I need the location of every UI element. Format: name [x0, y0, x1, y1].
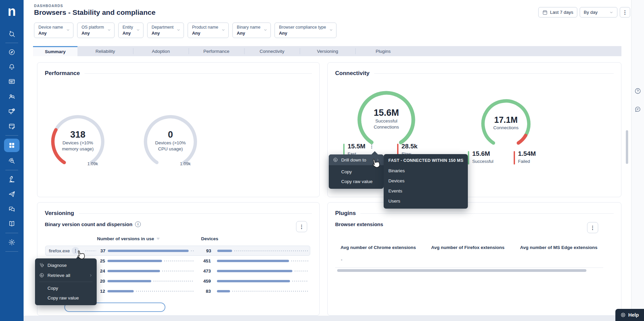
- info-icon[interactable]: i: [135, 221, 141, 227]
- sidebar-item-monitor-pulse[interactable]: [4, 74, 19, 89]
- menu-item-copy-raw-value[interactable]: Copy raw value: [329, 177, 384, 186]
- legend-kebab-icon[interactable]: ⋮: [369, 144, 374, 149]
- divider: [79, 213, 312, 214]
- sidebar-item-ai-search[interactable]: [4, 26, 19, 41]
- sidebar-item-bell[interactable]: [4, 60, 19, 74]
- submenu-item-events[interactable]: Events: [384, 186, 468, 196]
- page-bottom-strip: [24, 316, 631, 321]
- header-kebab-button[interactable]: ⋮: [620, 7, 630, 17]
- group-by-select[interactable]: By day: [580, 7, 617, 17]
- sidebar-item-dashboards-grid[interactable]: [4, 139, 20, 152]
- help-circle-icon[interactable]: [634, 87, 641, 96]
- menu-item-copy-raw-value[interactable]: Copy raw value: [35, 293, 97, 303]
- filter-chip-device-name[interactable]: Device nameAny: [34, 23, 73, 38]
- legend-color-bar: [468, 151, 469, 165]
- menu-item-diagnose[interactable]: Diagnose: [35, 260, 97, 270]
- filter-chip-browser-compliance-type[interactable]: Browser compliance typeAny: [275, 23, 336, 38]
- sidebar-item-paper-plane[interactable]: [4, 187, 19, 202]
- legend-value: 15.5M⋮: [348, 143, 374, 150]
- menu-item-label: Diagnose: [47, 263, 67, 268]
- sidebar-item-window-edit[interactable]: [4, 119, 19, 134]
- help-button[interactable]: Help: [615, 309, 644, 321]
- menu-item-copy[interactable]: Copy: [329, 167, 384, 177]
- sidebar-item-gear[interactable]: [4, 235, 19, 250]
- filter-chip-entity[interactable]: EntityAny: [118, 23, 143, 38]
- filter-chip-binary-name[interactable]: Binary nameAny: [232, 23, 271, 38]
- tab-performance[interactable]: Performance: [189, 46, 244, 56]
- book-icon: [8, 220, 15, 227]
- tab-adoption[interactable]: Adoption: [133, 46, 189, 56]
- versions-bar: [107, 270, 160, 272]
- legend-value: 1.54M: [518, 150, 536, 157]
- sidebar-item-book[interactable]: [4, 216, 19, 231]
- sidebar-item-compass[interactable]: [4, 45, 19, 60]
- sidebar-item-people-search[interactable]: [4, 89, 19, 104]
- devices-bar-zone: [217, 270, 310, 272]
- gauge[interactable]: 0Devices (>10%CPU usage)1.09k: [142, 113, 199, 170]
- menu-item-copy[interactable]: Copy: [35, 283, 97, 293]
- tab-summary[interactable]: Summary: [33, 46, 77, 56]
- app-logo[interactable]: n: [0, 0, 24, 22]
- dotted-leader: [292, 281, 309, 282]
- vertical-scrollbar[interactable]: [626, 130, 628, 164]
- gauge[interactable]: 15.6MSuccessfulConnections: [356, 89, 417, 150]
- submenu-item-users[interactable]: Users: [384, 196, 468, 206]
- context-menu-connectivity: Drill down toCopyCopy raw value: [329, 154, 384, 189]
- ai-search-icon: [8, 30, 15, 37]
- sort-icon[interactable]: [156, 237, 160, 241]
- tab-reliability[interactable]: Reliability: [77, 46, 133, 56]
- sidebar-divider: [5, 43, 18, 43]
- versions-bar-zone: [107, 270, 196, 272]
- chat-bubbles-icon: [8, 205, 15, 213]
- stethoscope-icon: [39, 262, 44, 268]
- bell-icon: [8, 63, 15, 71]
- time-range-button[interactable]: Last 7 days: [538, 7, 577, 17]
- submenu-item-binaries[interactable]: Binaries: [384, 166, 468, 176]
- chevron-down-icon: [66, 28, 70, 32]
- filter-value: Any: [82, 31, 104, 36]
- sidebar-item-microscope[interactable]: [4, 172, 19, 187]
- column-header-versions[interactable]: Number of versions in use: [97, 236, 160, 241]
- legend-value: 15.6M: [472, 150, 493, 157]
- menu-item-label: Copy: [341, 169, 352, 174]
- gauge-label: Devices (>10%: [62, 140, 93, 146]
- chevron-down-icon: [136, 28, 140, 32]
- group-by-value: By day: [584, 10, 598, 15]
- versions-bar-zone: [107, 260, 196, 262]
- devices-bar-zone: [217, 260, 310, 262]
- column-header-devices[interactable]: Devices: [201, 236, 218, 241]
- tab-connectivity[interactable]: Connectivity: [244, 46, 300, 56]
- filter-chip-os-platform[interactable]: OS platformAny: [77, 23, 115, 38]
- sidebar-divider: [5, 251, 18, 252]
- widget-kebab-button[interactable]: ⋮: [587, 222, 598, 233]
- sidebar-item-chat-bubbles[interactable]: [4, 202, 19, 216]
- sidebar-item-fingerprint-search[interactable]: [4, 153, 19, 168]
- filter-bar: Device nameAnyOS platformAnyEntityAnyDep…: [34, 23, 336, 38]
- sidebar-item-device-cube[interactable]: [4, 104, 19, 119]
- filter-chip-department[interactable]: DepartmentAny: [147, 23, 184, 38]
- tab-versioning[interactable]: Versioning: [300, 46, 355, 56]
- row-kebab-button[interactable]: ⋮: [72, 247, 79, 254]
- menu-item-drill-down-to[interactable]: Drill down to: [329, 154, 384, 165]
- table-row[interactable]: firefox.exe⋮3793: [45, 246, 310, 256]
- menu-item-label: Copy raw value: [341, 179, 373, 184]
- help-label: Help: [628, 312, 639, 318]
- divider: [374, 73, 614, 74]
- tab-plugins[interactable]: Plugins: [355, 46, 411, 56]
- filter-chip-product-name[interactable]: Product nameAny: [188, 23, 229, 38]
- gauge[interactable]: 17.1MConnections: [480, 98, 532, 150]
- versions-bar: [107, 260, 162, 262]
- menu-item-retrieve-all[interactable]: Retrieve all: [35, 270, 97, 280]
- dotted-leader: [85, 250, 96, 251]
- gauge[interactable]: 318Devices (>10%memory usage)1.09k: [50, 113, 106, 170]
- versions-value: 24: [96, 269, 105, 274]
- feedback-chat-icon[interactable]: [634, 106, 641, 114]
- gauge-label: Successful: [375, 118, 397, 124]
- devices-value: 473: [196, 269, 211, 274]
- panel-title: Plugins: [335, 210, 356, 217]
- submenu-item-devices[interactable]: Devices: [384, 176, 468, 186]
- kebab-icon: ⋮: [590, 225, 595, 230]
- horizontal-scrollbar[interactable]: [337, 269, 586, 272]
- window-edit-icon: [8, 122, 15, 130]
- widget-kebab-button[interactable]: ⋮: [296, 221, 307, 232]
